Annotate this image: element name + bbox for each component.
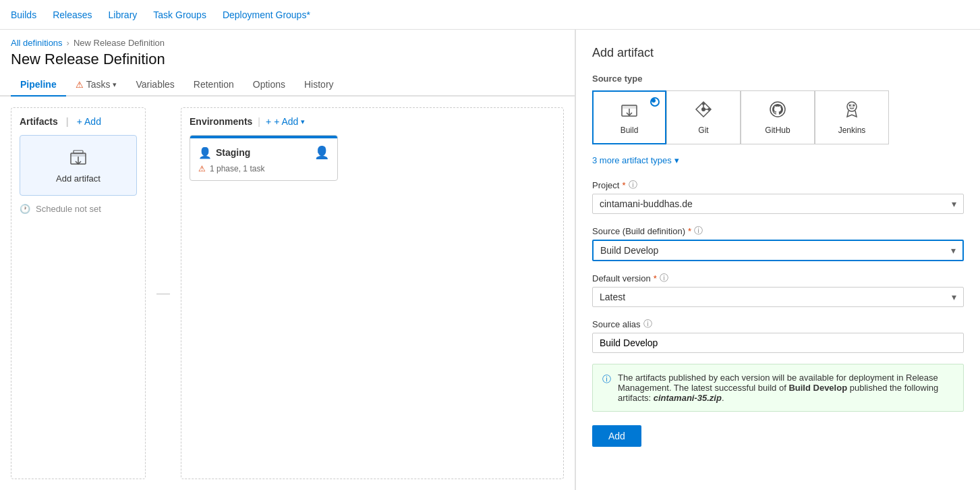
breadcrumb-current: New Release Definition xyxy=(74,38,165,48)
schedule-area: 🕐 Schedule not set xyxy=(20,204,137,214)
source-tile-github[interactable]: GitHub xyxy=(741,90,815,144)
more-types-chevron: ▾ xyxy=(674,155,679,165)
info-box-text: The artifacts published by each version … xyxy=(618,373,954,403)
github-icon xyxy=(768,100,787,123)
environments-header: Environments | + + Add ▾ xyxy=(190,116,555,127)
info-box: ⓘ The artifacts published by each versio… xyxy=(592,364,964,412)
svg-point-15 xyxy=(849,105,851,107)
default-version-dropdown[interactable]: Latest ▾ xyxy=(592,287,964,307)
svg-rect-5 xyxy=(622,105,637,109)
source-tile-jenkins[interactable]: Jenkins xyxy=(815,90,889,144)
svg-point-16 xyxy=(853,105,855,107)
add-artifact-card[interactable]: Add artifact xyxy=(20,135,137,196)
source-chevron: ▾ xyxy=(951,245,956,256)
left-panel: All definitions › New Release Definition… xyxy=(0,30,575,490)
more-artifact-types-link[interactable]: 3 more artifact types ▾ xyxy=(592,155,964,165)
schedule-icon: 🕐 xyxy=(20,204,30,214)
nav-releases[interactable]: Releases xyxy=(53,9,92,20)
connector: — xyxy=(156,107,170,479)
tab-history[interactable]: History xyxy=(295,74,343,97)
tabs-bar: Pipeline ⚠ Tasks ▾ Variables Retention O… xyxy=(0,74,575,97)
add-artifact-button[interactable]: Add xyxy=(592,425,641,447)
source-value: Build Develop xyxy=(600,245,658,256)
source-alias-input[interactable] xyxy=(592,333,964,353)
env-person-pre-icon: 👤 xyxy=(198,146,212,159)
build-radio xyxy=(650,97,660,107)
info-box-icon: ⓘ xyxy=(602,373,611,403)
source-alias-label: Source alias ⓘ xyxy=(592,318,964,330)
right-panel: Add artifact Source type Bui xyxy=(575,30,980,490)
alias-info-icon[interactable]: ⓘ xyxy=(643,318,652,330)
environments-title: Environments xyxy=(190,116,252,127)
artifacts-header: Artifacts | + Add xyxy=(20,116,137,127)
add-chevron: ▾ xyxy=(301,117,305,126)
svg-point-9 xyxy=(708,108,710,111)
tab-tasks[interactable]: ⚠ Tasks ▾ xyxy=(66,74,127,97)
build-tile-label: Build xyxy=(621,126,639,135)
jenkins-icon xyxy=(842,100,861,123)
version-value: Latest xyxy=(600,292,625,302)
schedule-label: Schedule not set xyxy=(36,204,101,214)
tab-pipeline[interactable]: Pipeline xyxy=(11,74,66,97)
env-card-title-row: 👤 Staging 👤 xyxy=(198,145,329,160)
project-value: cintamani-buddhas.de xyxy=(600,198,693,209)
source-tile-git[interactable]: Git xyxy=(666,90,741,144)
info-bold2: cintamani-35.zip xyxy=(654,393,722,403)
environments-add-button[interactable]: + + Add ▾ xyxy=(266,116,305,127)
tab-tasks-chevron: ▾ xyxy=(113,80,117,89)
environments-box: Environments | + + Add ▾ 👤 Stag xyxy=(181,107,564,479)
breadcrumb-parent[interactable]: All definitions xyxy=(11,38,63,48)
source-info-icon[interactable]: ⓘ xyxy=(694,225,703,237)
pipeline-area: Artifacts | + Add Add artifac xyxy=(0,97,575,490)
version-required: * xyxy=(654,273,657,283)
tab-variables[interactable]: Variables xyxy=(126,74,183,97)
jenkins-tile-label: Jenkins xyxy=(838,126,866,135)
page-title: New Release Definition xyxy=(11,51,564,68)
env-card-meta: ⚠ 1 phase, 1 task xyxy=(198,164,329,173)
svg-point-7 xyxy=(701,107,705,111)
project-chevron: ▾ xyxy=(952,198,956,209)
tab-options[interactable]: Options xyxy=(243,74,295,97)
artifacts-add-button[interactable]: + Add xyxy=(77,116,101,127)
top-navigation: Builds Releases Library Task Groups Depl… xyxy=(0,0,980,30)
nav-deployment-groups[interactable]: Deployment Groups* xyxy=(223,9,310,20)
version-chevron: ▾ xyxy=(952,292,956,302)
panel-title: Add artifact xyxy=(592,46,964,60)
more-types-text: 3 more artifact types xyxy=(592,155,672,165)
source-label: Source (Build definition) * ⓘ xyxy=(592,225,964,237)
source-tiles: Build Git xyxy=(592,90,964,144)
add-label: + Add xyxy=(274,116,298,127)
breadcrumb-separator: › xyxy=(67,38,69,48)
project-dropdown[interactable]: cintamani-buddhas.de ▾ xyxy=(592,194,964,214)
version-info-icon[interactable]: ⓘ xyxy=(660,272,668,284)
source-dropdown[interactable]: Build Develop ▾ xyxy=(592,240,964,261)
nav-library[interactable]: Library xyxy=(109,9,138,20)
main-layout: All definitions › New Release Definition… xyxy=(0,30,980,490)
project-info-icon[interactable]: ⓘ xyxy=(629,179,637,191)
nav-task-groups[interactable]: Task Groups xyxy=(153,9,206,20)
source-type-group: Source type Build xyxy=(592,74,964,144)
nav-builds[interactable]: Builds xyxy=(11,9,36,20)
header-area: All definitions › New Release Definition… xyxy=(0,30,575,74)
artifact-card-icon xyxy=(69,148,88,171)
source-type-label: Source type xyxy=(592,74,964,84)
env-meta-text: 1 phase, 1 task xyxy=(210,164,264,173)
info-bold1: Build Develop xyxy=(788,383,847,393)
build-icon xyxy=(620,100,639,123)
source-group: Source (Build definition) * ⓘ Build Deve… xyxy=(592,225,964,261)
default-version-label: Default version * ⓘ xyxy=(592,272,964,284)
default-version-group: Default version * ⓘ Latest ▾ xyxy=(592,272,964,307)
svg-point-8 xyxy=(702,103,705,105)
project-required: * xyxy=(622,180,625,190)
tab-retention[interactable]: Retention xyxy=(184,74,243,97)
project-group: Project * ⓘ cintamani-buddhas.de ▾ xyxy=(592,179,964,214)
environment-card[interactable]: 👤 Staging 👤 ⚠ 1 phase, 1 task xyxy=(190,135,338,181)
git-icon xyxy=(694,100,713,123)
env-card-body: 👤 Staging 👤 ⚠ 1 phase, 1 task xyxy=(190,138,337,180)
source-required: * xyxy=(688,226,691,236)
project-label: Project * ⓘ xyxy=(592,179,964,191)
env-card-name: Staging xyxy=(216,147,250,158)
artifacts-title: Artifacts xyxy=(20,116,58,127)
breadcrumb: All definitions › New Release Definition xyxy=(11,38,564,48)
source-tile-build[interactable]: Build xyxy=(592,90,666,144)
